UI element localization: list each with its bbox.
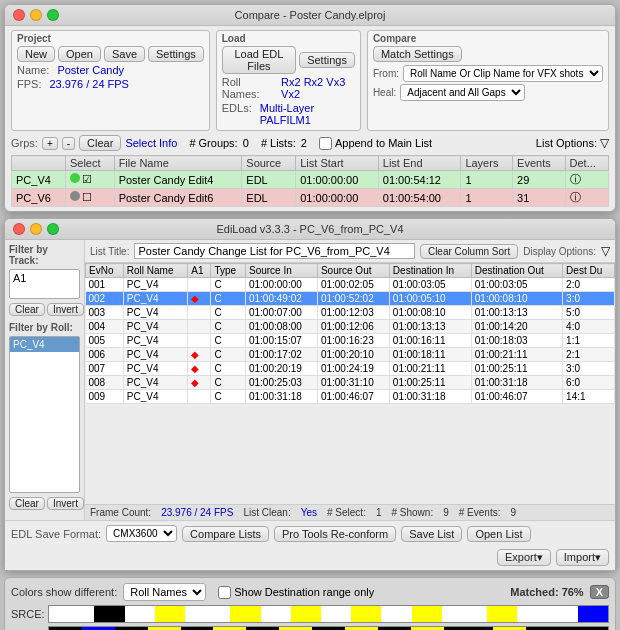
settings-button-project[interactable]: Settings (148, 46, 204, 62)
cell-rollname: PC_V4 (123, 376, 188, 390)
cell-srcin: 01:00:00:00 (245, 278, 317, 292)
red-diamond-icon: ◆ (191, 293, 199, 304)
load-edl-files-button[interactable]: Load EDL Files (222, 46, 296, 74)
cell-srcout: 01:00:46:07 (317, 390, 389, 404)
table-row[interactable]: PC_V4 ☑ Poster Candy Edit4 EDL 01:00:00:… (12, 171, 609, 189)
row-id: PC_V6 (12, 189, 66, 207)
heal-select[interactable]: Adjacent and All Gaps (400, 84, 525, 101)
table-row[interactable]: PC_V6 ☐ Poster Candy Edit6 EDL 01:00:00:… (12, 189, 609, 207)
show-dest-checkbox-input[interactable] (218, 586, 231, 599)
close-button[interactable] (13, 9, 25, 21)
dest-label: DEST: (11, 626, 46, 630)
new-button[interactable]: New (17, 46, 55, 62)
roll-names-value: Rx2 Rx2 Vx3 Vx2 (281, 76, 355, 100)
ediload-maximize-button[interactable] (47, 223, 59, 235)
roll-item[interactable]: PC_V4 (10, 337, 79, 352)
row-listend: 01:00:54:00 (378, 189, 461, 207)
main-table-container[interactable]: EvNo Roll Name A1 Type Source In Source … (85, 263, 615, 504)
cell-dstout: 01:00:25:11 (471, 362, 562, 376)
compare-lists-button[interactable]: Compare Lists (182, 526, 269, 542)
row-select[interactable]: ☑ (65, 171, 114, 189)
load-label: Load (222, 33, 355, 44)
col-header-layers: Layers (461, 156, 513, 171)
open-button[interactable]: Open (58, 46, 101, 62)
lists-count-label: # Lists: 2 (261, 137, 307, 149)
close-colors-button[interactable]: X (590, 585, 609, 599)
ediload-body: Filter by Track: A1 Clear Invert Filter … (5, 240, 615, 520)
cell-srcin: 01:00:31:18 (245, 390, 317, 404)
select-info-button[interactable]: Select Info (125, 137, 177, 149)
traffic-lights (13, 9, 59, 21)
colors-show-select[interactable]: Roll Names (123, 583, 206, 601)
minimize-button[interactable] (30, 9, 42, 21)
cell-evno: 009 (86, 390, 124, 404)
edl-save-format-select[interactable]: CMX3600 (106, 525, 177, 542)
table-row[interactable]: 008 PC_V4 ◆ C 01:00:25:03 01:00:31:10 01… (86, 376, 615, 390)
groups-minus-button[interactable]: - (62, 137, 75, 150)
shown-value: 9 (443, 507, 449, 518)
settings-button-load[interactable]: Settings (299, 52, 355, 68)
table-row[interactable]: 001 PC_V4 C 01:00:00:00 01:00:02:05 01:0… (86, 278, 615, 292)
row-det[interactable]: ⓘ (565, 189, 608, 207)
cell-type: C (211, 376, 245, 390)
from-select[interactable]: Roll Name Or Clip Name for VFX shots (403, 65, 603, 82)
match-settings-button[interactable]: Match Settings (373, 46, 462, 62)
ediload-minimize-button[interactable] (30, 223, 42, 235)
table-row[interactable]: 009 PC_V4 C 01:00:31:18 01:00:46:07 01:0… (86, 390, 615, 404)
row-layers: 1 (461, 189, 513, 207)
display-options-icon[interactable]: ▽ (601, 244, 610, 258)
row-det[interactable]: ⓘ (565, 171, 608, 189)
append-checkbox-input[interactable] (319, 137, 332, 150)
table-row-selected[interactable]: 002 PC_V4 ◆ C 01:00:49:02 01:00:52:02 01… (86, 292, 615, 306)
pro-tools-button[interactable]: Pro Tools Re-conform (274, 526, 396, 542)
table-row[interactable]: 004 PC_V4 C 01:00:08:00 01:00:12:06 01:0… (86, 320, 615, 334)
roll-filter-box: PC_V4 (9, 336, 80, 493)
funnel-icon[interactable]: ▽ (600, 136, 609, 150)
load-buttons: Load EDL Files Settings (222, 46, 355, 74)
table-row[interactable]: 007 PC_V4 ◆ C 01:00:20:19 01:00:24:19 01… (86, 362, 615, 376)
save-list-button[interactable]: Save List (401, 526, 462, 542)
project-buttons: New Open Save Settings (17, 46, 204, 62)
list-title-value: Poster Candy Change List for PC_V6_from_… (134, 243, 414, 259)
track-value: A1 (13, 272, 26, 284)
roll-clear-button[interactable]: Clear (9, 497, 45, 510)
cell-evno: 006 (86, 348, 124, 362)
table-row[interactable]: 003 PC_V4 C 01:00:07:00 01:00:12:03 01:0… (86, 306, 615, 320)
dest-strip-container: DEST: (11, 626, 609, 630)
cell-srcout: 01:00:31:10 (317, 376, 389, 390)
cell-dstout: 01:00:13:13 (471, 306, 562, 320)
groups-row: Grps: + - Clear Select Info # Groups: 0 … (11, 135, 609, 151)
list-clean-value: Yes (301, 507, 317, 518)
cell-dstout: 01:00:03:05 (471, 278, 562, 292)
col-srcout: Source Out (317, 264, 389, 278)
col-header-source: Source (242, 156, 296, 171)
roll-invert-button[interactable]: Invert (47, 497, 84, 510)
col-header-liststart: List Start (296, 156, 379, 171)
clear-column-sort-button[interactable]: Clear Column Sort (420, 244, 518, 259)
import-button[interactable]: Import▾ (556, 549, 609, 566)
cell-dstin: 01:00:08:10 (389, 306, 471, 320)
track-clear-button[interactable]: Clear (9, 303, 45, 316)
cell-dstin: 01:00:05:10 (389, 292, 471, 306)
track-box: A1 (9, 269, 80, 299)
row-select[interactable]: ☐ (65, 189, 114, 207)
col-header-select: Select (65, 156, 114, 171)
display-options-label: Display Options: (523, 246, 596, 257)
track-invert-button[interactable]: Invert (47, 303, 84, 316)
roll-names-label: Roll Names: (222, 76, 273, 100)
project-name-row: Name: Poster Candy (17, 64, 204, 76)
col-type: Type (211, 264, 245, 278)
table-row[interactable]: 006 PC_V4 ◆ C 01:00:17:02 01:00:20:10 01… (86, 348, 615, 362)
clear-groups-button[interactable]: Clear (79, 135, 121, 151)
groups-plus-button[interactable]: + (42, 137, 58, 150)
export-button[interactable]: Export▾ (497, 549, 551, 566)
ediload-close-button[interactable] (13, 223, 25, 235)
cell-dstin: 01:00:13:13 (389, 320, 471, 334)
append-checkbox: Append to Main List (319, 137, 432, 150)
maximize-button[interactable] (47, 9, 59, 21)
table-row[interactable]: 005 PC_V4 C 01:00:15:07 01:00:16:23 01:0… (86, 334, 615, 348)
col-rollname: Roll Name (123, 264, 188, 278)
save-button[interactable]: Save (104, 46, 145, 62)
open-list-button[interactable]: Open List (467, 526, 530, 542)
heal-row: Heal: Adjacent and All Gaps (373, 84, 603, 101)
